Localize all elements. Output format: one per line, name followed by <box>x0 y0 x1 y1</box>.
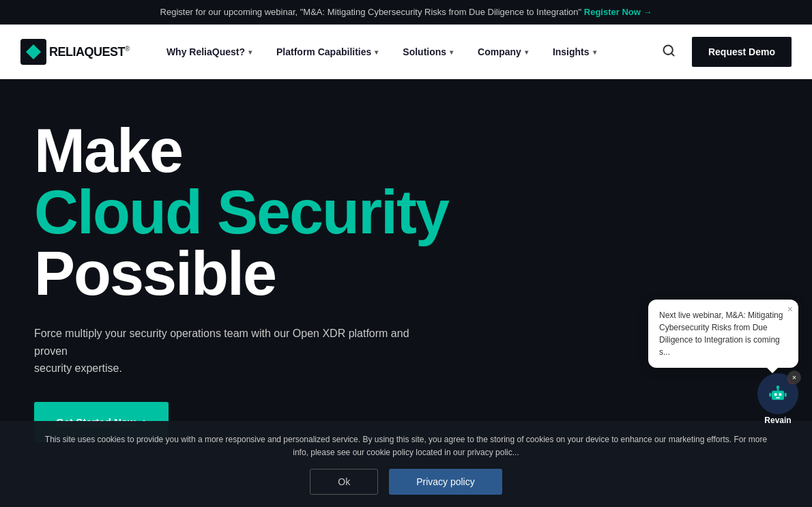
nav-links: Why ReliaQuest? ▾ Platform Capabilities … <box>157 40 656 64</box>
svg-rect-2 <box>772 391 784 401</box>
nav-item-why-reliaquest[interactable]: Why ReliaQuest? ▾ <box>157 40 261 64</box>
nav-label-insights: Insights <box>553 46 590 57</box>
nav-right: Request Demo <box>656 37 792 67</box>
robot-icon <box>768 383 788 404</box>
cookie-ok-button[interactable]: Ok <box>310 469 378 495</box>
top-banner: Register for our upcoming webinar, "M&A:… <box>0 0 812 25</box>
navbar: RELIAQUEST® Why ReliaQuest? ▾ Platform C… <box>0 25 812 79</box>
nav-item-platform[interactable]: Platform Capabilities ▾ <box>267 40 388 64</box>
chat-avatar-area: 1 Revain × <box>757 373 798 425</box>
chevron-down-icon: ▾ <box>450 48 453 56</box>
logo-registered: ® <box>125 45 130 53</box>
request-demo-button[interactable]: Request Demo <box>692 37 792 67</box>
hero-subtitle-line1: Force multiply your security operations … <box>34 328 409 357</box>
nav-label-company: Company <box>478 46 521 57</box>
chat-brand-label: Revain <box>764 416 791 425</box>
logo: RELIAQUEST® <box>20 39 130 65</box>
svg-rect-9 <box>785 393 787 397</box>
chat-bubble: × Next live webinar, M&A: Mitigating Cyb… <box>648 300 798 368</box>
cookie-privacy-button[interactable]: Privacy policy <box>389 469 502 495</box>
search-button[interactable] <box>656 38 681 66</box>
logo-area: RELIAQUEST® <box>20 39 130 65</box>
banner-cta[interactable]: Register Now → <box>584 7 652 17</box>
logo-diamond <box>26 44 41 59</box>
cookie-buttons: Ok Privacy policy <box>41 469 771 495</box>
chevron-down-icon: ▾ <box>248 48 252 56</box>
logo-icon <box>20 39 46 65</box>
logo-wordmark: RELIAQUEST® <box>49 45 130 59</box>
chevron-down-icon: ▾ <box>593 48 596 56</box>
hero-line1: Make <box>34 120 778 182</box>
chat-bubble-close-button[interactable]: × <box>787 304 793 315</box>
svg-rect-8 <box>769 393 771 397</box>
chat-close-outer-button[interactable]: × <box>787 371 801 384</box>
svg-line-1 <box>671 53 674 55</box>
hero-subtitle-line2: security expertise. <box>34 362 122 374</box>
nav-label-solutions: Solutions <box>403 46 446 57</box>
chevron-down-icon: ▾ <box>525 48 528 56</box>
chevron-down-icon: ▾ <box>375 48 378 56</box>
svg-rect-3 <box>774 393 777 396</box>
nav-item-company[interactable]: Company ▾ <box>468 40 538 64</box>
hero-line2: Cloud Security <box>34 182 778 243</box>
nav-label-platform: Platform Capabilities <box>276 46 371 57</box>
svg-rect-4 <box>779 393 782 396</box>
cookie-banner: This site uses cookies to provide you wi… <box>0 421 812 507</box>
nav-label-why: Why ReliaQuest? <box>166 46 245 57</box>
search-icon <box>662 44 676 57</box>
chat-widget: × Next live webinar, M&A: Mitigating Cyb… <box>648 300 798 425</box>
svg-point-7 <box>777 386 780 389</box>
nav-item-solutions[interactable]: Solutions ▾ <box>393 40 463 64</box>
hero-subtitle: Force multiply your security operations … <box>34 325 416 377</box>
banner-text: Register for our upcoming webinar, "M&A:… <box>160 7 582 17</box>
chat-bubble-text: Next live webinar, M&A: Mitigating Cyber… <box>659 310 783 357</box>
nav-item-insights[interactable]: Insights ▾ <box>543 40 606 64</box>
cookie-message: This site uses cookies to provide you wi… <box>45 435 767 457</box>
svg-rect-5 <box>776 397 780 399</box>
hero-line3: Possible <box>34 243 778 304</box>
